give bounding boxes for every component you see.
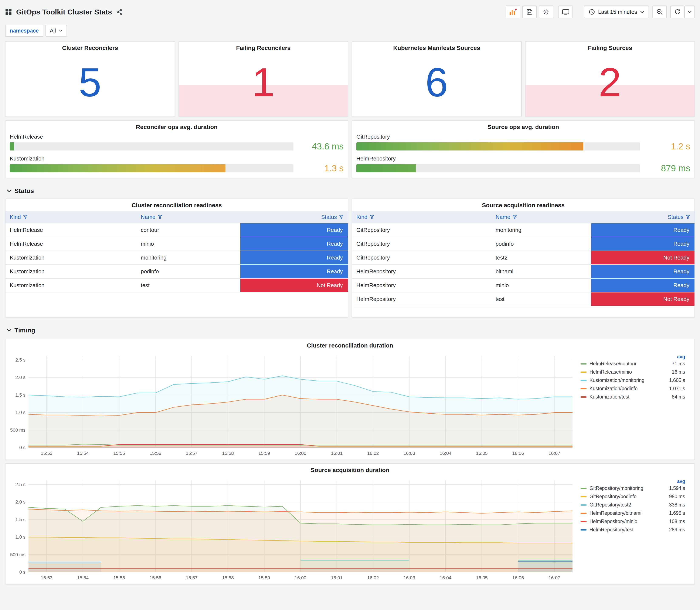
bar-gauge-label: Kustomization [10, 155, 344, 162]
panel-title[interactable]: Reconciler ops avg. duration [5, 121, 348, 132]
share-icon[interactable] [116, 9, 123, 15]
legend-item: HelmRelease/contour71 ms [581, 361, 685, 367]
chart-canvas[interactable]: 0 s500 ms1.0 s1.5 s2.0 s2.5 s15:5315:541… [7, 351, 575, 458]
column-header-kind[interactable]: Kind [5, 211, 136, 223]
bar-gauge-track [10, 142, 293, 150]
cell-name: test [136, 278, 240, 292]
dashboard-settings-button[interactable] [539, 5, 553, 18]
panel-title[interactable]: Failing Reconcilers [179, 42, 348, 53]
svg-text:0 s: 0 s [19, 445, 26, 450]
cell-name: test [491, 292, 591, 306]
legend-avg-header[interactable]: avg [677, 354, 685, 359]
legend-series-name[interactable]: HelmRepository/minio [589, 519, 666, 524]
filter-icon[interactable] [23, 214, 28, 221]
panel-title[interactable]: Kubernetes Manifests Sources [352, 42, 521, 53]
filter-icon[interactable] [158, 214, 162, 221]
table-row: HelmRepositorybitnamiReady [352, 264, 695, 278]
legend-series-name[interactable]: HelmRelease/contour [589, 361, 668, 367]
cell-name: monitoring [491, 223, 591, 237]
chart-canvas[interactable]: 0 s500 ms1.0 s1.5 s2.0 s2.5 s15:5315:541… [7, 475, 575, 582]
filter-icon[interactable] [370, 214, 374, 221]
legend-series-name[interactable]: HelmRepository/test [589, 527, 666, 533]
column-header-label: Status [321, 214, 337, 220]
dashboard-header: GitOps Toolkit Cluster Stats [5, 2, 695, 21]
panel-title[interactable]: Source acquisition readiness [352, 199, 695, 210]
variable-label-namespace: namespace [5, 25, 43, 37]
filter-icon[interactable] [339, 214, 344, 221]
tv-mode-button[interactable] [558, 5, 573, 18]
column-header-kind[interactable]: Kind [352, 211, 491, 223]
legend-item: Kustomization/monitoring1.605 s [581, 378, 685, 383]
bar-gauge-row: GitRepository1.2 s [356, 133, 690, 151]
legend-series-name[interactable]: Kustomization/monitoring [589, 378, 666, 383]
cell-status: Not Ready [240, 278, 348, 292]
legend-series-avg: 289 ms [669, 527, 685, 533]
table-panel: Source acquisition readinessKindNameStat… [352, 198, 695, 318]
svg-text:15:55: 15:55 [113, 451, 125, 456]
stat-value: 6 [352, 62, 521, 103]
svg-text:16:07: 16:07 [549, 451, 560, 456]
refresh-interval-dropdown[interactable] [685, 5, 695, 18]
legend-series-color [581, 513, 587, 514]
panel-title[interactable]: Cluster Reconcilers [5, 42, 175, 53]
svg-text:15:53: 15:53 [41, 451, 52, 456]
svg-text:15:58: 15:58 [222, 575, 234, 580]
panel-title[interactable]: Cluster reconciliation duration [5, 339, 695, 351]
section-status-toggle[interactable]: Status [7, 186, 695, 196]
bar-gauge-row: HelmRepository879 ms [356, 155, 690, 174]
table-header-row: KindNameStatus [352, 211, 695, 223]
bar-gauge-fill [10, 164, 226, 172]
svg-text:1.5 s: 1.5 s [15, 517, 26, 522]
add-panel-button[interactable] [506, 5, 520, 18]
zoom-out-button[interactable] [652, 5, 667, 18]
legend-series-avg: 1.605 s [669, 378, 685, 383]
table-row: GitRepositorypodinfoReady [352, 237, 695, 251]
chevron-down-icon [7, 189, 12, 192]
dashboard-grid-icon[interactable] [5, 9, 12, 15]
filter-icon[interactable] [686, 214, 690, 221]
namespace-value-dropdown[interactable]: All [46, 25, 67, 36]
table-panel: Cluster reconciliation readinessKindName… [5, 198, 348, 318]
cell-name: minio [136, 237, 240, 251]
table-row: GitRepositorytest2Not Ready [352, 251, 695, 264]
legend-series-name[interactable]: Kustomization/test [589, 394, 668, 400]
column-header-name[interactable]: Name [136, 211, 240, 223]
bar-gauge-track [10, 164, 293, 172]
cell-kind: Kustomization [5, 251, 136, 264]
svg-text:15:57: 15:57 [186, 451, 197, 456]
legend-series-name[interactable]: HelmRelease/minio [589, 369, 668, 375]
bar-gauge-panel: Reconciler ops avg. durationHelmRelease4… [5, 120, 348, 178]
panel-title[interactable]: Source ops avg. duration [352, 121, 695, 132]
column-header-name[interactable]: Name [491, 211, 591, 223]
refresh-button[interactable] [670, 5, 685, 18]
cell-kind: Kustomization [5, 264, 136, 278]
panel-title[interactable]: Cluster reconciliation readiness [5, 199, 348, 210]
legend-avg-header[interactable]: avg [677, 479, 685, 484]
readiness-table: KindNameStatusGitRepositorymonitoringRea… [352, 211, 695, 306]
time-range-picker[interactable]: Last 15 minutes [584, 5, 649, 18]
legend-series-name[interactable]: HelmRepository/bitnami [589, 510, 666, 516]
readiness-tables-row: Cluster reconciliation readinessKindName… [5, 198, 695, 318]
filter-icon[interactable] [512, 214, 517, 221]
save-dashboard-button[interactable] [522, 5, 537, 18]
svg-text:16:02: 16:02 [367, 575, 379, 580]
variables-bar: namespace All [5, 23, 695, 38]
legend-series-name[interactable]: GitRepository/podinfo [589, 494, 666, 499]
panel-title[interactable]: Failing Sources [525, 42, 695, 53]
legend-item: GitRepository/monitoring1.594 s [581, 485, 685, 491]
svg-text:16:02: 16:02 [367, 451, 379, 456]
column-header-status[interactable]: Status [240, 211, 348, 223]
legend-series-name[interactable]: GitRepository/test2 [589, 502, 666, 508]
svg-text:15:59: 15:59 [258, 575, 270, 580]
legend-series-name[interactable]: GitRepository/monitoring [589, 485, 666, 491]
cell-name: test2 [491, 251, 591, 264]
bar-gauge-track [356, 164, 640, 172]
section-timing-toggle[interactable]: Timing [7, 325, 695, 335]
panel-title[interactable]: Source acquisition duration [5, 464, 695, 475]
readiness-table: KindNameStatusHelmReleasecontourReadyHel… [5, 211, 348, 292]
cell-kind: GitRepository [352, 237, 491, 251]
cell-name: podinfo [491, 237, 591, 251]
legend-series-name[interactable]: Kustomization/podinfo [589, 386, 666, 391]
table-row: HelmReleaseminioReady [5, 237, 348, 251]
column-header-status[interactable]: Status [591, 211, 695, 223]
